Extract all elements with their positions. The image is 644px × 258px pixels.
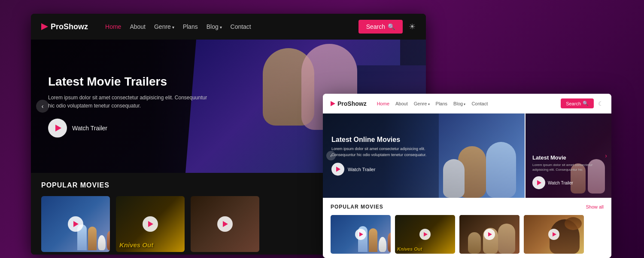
light-hero-description: Lorem ipsum dolor sit amet consectetur a… <box>331 146 439 158</box>
light-watch-trailer-button[interactable]: Watch Trailer <box>331 163 375 176</box>
search-icon: 🔍 <box>388 23 395 30</box>
frozen-play-icon <box>73 221 79 227</box>
light-horse-play-icon <box>553 232 556 236</box>
dark-movie-card-frozen[interactable] <box>41 196 110 252</box>
light-side-watch-button[interactable]: Watch Trailer <box>532 176 573 189</box>
dark-logo[interactable]: ProShowz <box>41 22 88 31</box>
light-side-arrow-icon[interactable]: › <box>605 152 607 159</box>
nav-genre-link[interactable]: Genre <box>154 23 174 30</box>
light-side-cta-label: Watch Trailer <box>548 181 573 185</box>
light-logo-play-icon <box>331 101 335 106</box>
light-nav-contact-link[interactable]: Contact <box>471 101 488 106</box>
knives-title-text: Knives Out <box>119 241 181 249</box>
mystery-play-icon <box>223 221 228 227</box>
nav-about-link[interactable]: About <box>130 23 146 30</box>
light-search-icon: 🔍 <box>583 101 589 106</box>
light-side-play-circle <box>532 176 545 189</box>
dark-movie-card-mystery[interactable] <box>191 196 259 252</box>
light-nav-genre-link[interactable]: Genre <box>414 101 430 106</box>
logo-text: ProShowz <box>51 22 88 31</box>
light-frozen-play-button[interactable] <box>355 229 366 240</box>
light-hero-figures <box>439 114 525 198</box>
anna-figure <box>88 227 97 250</box>
light-anna-figure <box>369 228 377 252</box>
light-mystery-play-icon <box>488 232 492 236</box>
light-nav-about-link[interactable]: About <box>395 101 408 106</box>
light-theme-toggle[interactable]: ☾ <box>598 100 604 107</box>
nav-home-link[interactable]: Home <box>105 23 121 30</box>
dark-cta-label: Watch Trailer <box>72 125 107 132</box>
light-hero-content: Latest Online Movies Lorem ipsum dolor s… <box>331 136 439 176</box>
light-side-title: Latest Movie <box>532 154 601 161</box>
light-nav-blog-link[interactable]: Blog <box>453 101 465 106</box>
light-hero-section: ‹ Latest Online Movies Lorem ipsum dolor… <box>323 114 611 198</box>
dark-nav-links: Home About Genre Plans Blog Contact <box>105 23 358 30</box>
light-nav-plans-link[interactable]: Plans <box>436 101 448 106</box>
light-play-circle <box>331 163 344 176</box>
dark-hero-content: Latest Movie Trailers Lorem ipsum dolor … <box>48 75 211 138</box>
logo-play-icon <box>41 23 48 30</box>
light-movie-card-mystery[interactable] <box>459 215 519 254</box>
light-olaf-figure <box>379 237 386 252</box>
nav-blog-link[interactable]: Blog <box>207 23 222 30</box>
light-knives-play-icon <box>424 232 428 236</box>
light-movie-card-knives[interactable]: Knives Out <box>395 215 455 254</box>
light-popular-section: POPULAR MOVIES Show all <box>323 198 611 258</box>
light-movie-card-horse[interactable] <box>524 215 584 254</box>
dark-search-button[interactable]: Search 🔍 <box>358 20 403 34</box>
light-mystery-play-button[interactable] <box>484 229 495 240</box>
light-side-content: Latest Movie Lorem ipsum dolor sit amet … <box>532 154 601 189</box>
light-hero-title: Latest Online Movies <box>331 136 439 144</box>
light-popular-header: POPULAR MOVIES Show all <box>331 204 604 210</box>
nav-contact-link[interactable]: Contact <box>231 23 251 30</box>
search-label: Search <box>366 23 385 30</box>
light-knives-title-text: Knives Out <box>397 246 453 252</box>
light-hero-prev-arrow[interactable]: ‹ <box>326 151 336 160</box>
light-movies-row: Knives Out <box>331 215 604 254</box>
light-sven-figure <box>388 233 391 252</box>
nav-plans-link[interactable]: Plans <box>183 23 198 30</box>
light-side-desc: Lorem ipsum dolor sit amet consectetur a… <box>532 163 601 172</box>
light-logo[interactable]: ProShowz <box>331 100 367 107</box>
dark-play-circle <box>48 119 67 138</box>
dark-play-icon <box>55 125 61 132</box>
light-logo-text: ProShowz <box>337 100 367 107</box>
dark-hero-prev-arrow[interactable]: ‹ <box>36 100 49 113</box>
light-movie-card-frozen[interactable] <box>331 215 391 254</box>
light-hero-side: Latest Movie Lorem ipsum dolor sit amet … <box>526 114 611 198</box>
light-play-icon <box>336 167 340 172</box>
light-horse-play-button[interactable] <box>548 229 559 240</box>
light-frozen-play-icon <box>359 232 363 236</box>
light-nav-links: Home About Genre Plans Blog Contact <box>377 101 561 106</box>
light-show-all-link[interactable]: Show all <box>586 204 604 209</box>
mystery-play-button[interactable] <box>217 216 233 232</box>
olaf-figure <box>98 235 106 250</box>
dark-watch-trailer-button[interactable]: Watch Trailer <box>48 119 107 138</box>
dark-hero-title: Latest Movie Trailers <box>48 75 211 89</box>
dark-theme-toggle[interactable]: ☀ <box>409 22 416 31</box>
light-nav-home-link[interactable]: Home <box>377 101 389 106</box>
light-popular-title: POPULAR MOVIES <box>331 204 383 210</box>
knives-play-button[interactable] <box>143 216 158 232</box>
frozen-play-button[interactable] <box>68 216 83 232</box>
light-side-play-icon <box>537 180 541 185</box>
light-search-label: Search <box>566 101 581 106</box>
light-navbar: ProShowz Home About Genre Plans Blog Con… <box>323 94 611 114</box>
dark-hero-description: Lorem ipsum dolor sit amet consectetur a… <box>48 94 211 110</box>
dark-movie-card-knives[interactable]: Knives Out <box>116 196 185 252</box>
light-knives-play-button[interactable] <box>419 229 431 240</box>
light-hero-main: ‹ Latest Online Movies Lorem ipsum dolor… <box>323 114 525 198</box>
light-cta-label: Watch Trailer <box>348 167 375 172</box>
dark-navbar: ProShowz Home About Genre Plans Blog Con… <box>31 14 426 40</box>
light-theme-window: ProShowz Home About Genre Plans Blog Con… <box>323 94 611 258</box>
knives-play-icon <box>148 221 153 227</box>
light-search-button[interactable]: Search 🔍 <box>561 98 594 108</box>
sven-figure <box>107 231 110 250</box>
